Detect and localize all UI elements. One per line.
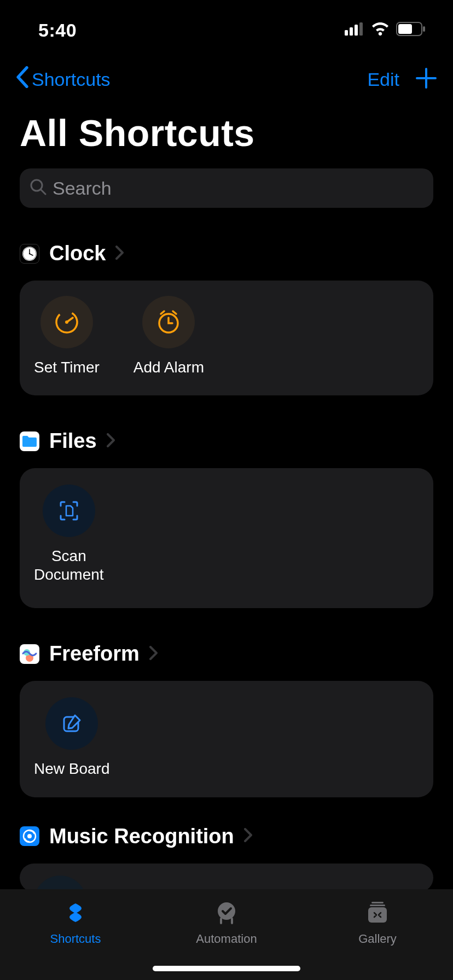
svg-rect-20 (371, 902, 384, 903)
automation-tab-icon (213, 899, 240, 928)
shortcut-label: Add Alarm (133, 358, 204, 377)
shortcut-new-board[interactable]: New Board (34, 697, 110, 778)
shortcut-set-timer[interactable]: Set Timer (34, 296, 100, 377)
battery-icon (396, 22, 426, 38)
shortcut-label: New Board (34, 760, 110, 778)
section-header-music[interactable]: Music Recognition (20, 825, 433, 848)
search-input[interactable]: Search (20, 168, 433, 208)
svg-rect-1 (350, 27, 353, 36)
chevron-right-icon (244, 828, 253, 844)
back-label: Shortcuts (32, 69, 111, 90)
shortcuts-tab-icon (61, 899, 90, 928)
section-title: Clock (49, 242, 106, 265)
svg-rect-0 (345, 30, 348, 36)
svg-rect-5 (398, 24, 412, 34)
section-header-freeform[interactable]: Freeform (20, 642, 433, 666)
svg-rect-3 (359, 22, 363, 36)
alarm-icon (142, 296, 195, 348)
section-header-files[interactable]: Files (20, 429, 433, 453)
files-shortcuts-card: Scan Document (20, 468, 433, 608)
cellular-icon (345, 22, 364, 38)
status-icons (345, 22, 426, 38)
music-shortcuts-card (20, 864, 433, 892)
files-app-icon (20, 431, 39, 451)
shortcut-scan-document[interactable]: Scan Document (34, 485, 104, 584)
shortcut-add-alarm[interactable]: Add Alarm (133, 296, 204, 377)
svg-rect-21 (370, 905, 385, 906)
wifi-icon (371, 22, 390, 38)
clock-app-icon (20, 244, 39, 264)
chevron-left-icon (15, 66, 30, 92)
search-placeholder: Search (53, 178, 112, 199)
music-recognition-app-icon (20, 826, 39, 846)
svg-point-12 (65, 320, 68, 324)
status-time: 5:40 (38, 20, 77, 41)
freeform-app-icon (20, 644, 39, 664)
section-title: Music Recognition (49, 825, 234, 848)
add-button[interactable] (415, 67, 438, 92)
svg-point-19 (218, 902, 235, 920)
svg-point-18 (27, 834, 32, 838)
chevron-right-icon (107, 433, 115, 450)
shortcut-label: Scan Document (34, 547, 104, 584)
svg-rect-6 (423, 26, 425, 32)
gallery-tab-icon (364, 899, 391, 928)
timer-icon (40, 296, 93, 348)
tab-gallery[interactable]: Gallery (302, 899, 453, 980)
section-title: Freeform (49, 642, 140, 666)
svg-point-10 (29, 253, 30, 254)
scan-doc-icon (43, 485, 95, 537)
clock-shortcuts-card: Set Timer Add Alarm (20, 281, 433, 395)
status-bar: 5:40 (0, 0, 453, 60)
tab-label: Shortcuts (50, 932, 101, 946)
compose-icon (45, 697, 98, 750)
section-title: Files (49, 429, 97, 453)
search-icon (30, 178, 47, 198)
section-header-clock[interactable]: Clock (20, 242, 433, 265)
edit-button[interactable]: Edit (367, 69, 399, 90)
tab-label: Automation (196, 932, 257, 946)
tab-shortcuts[interactable]: Shortcuts (0, 899, 151, 980)
back-button[interactable]: Shortcuts (15, 66, 111, 92)
home-indicator[interactable] (153, 966, 300, 971)
shortcut-label: Set Timer (34, 358, 100, 377)
freeform-shortcuts-card: New Board (20, 681, 433, 797)
tab-label: Gallery (358, 932, 397, 946)
chevron-right-icon (149, 646, 158, 662)
plus-icon (415, 67, 438, 90)
svg-rect-22 (368, 907, 387, 923)
svg-rect-2 (355, 25, 358, 36)
page-title: All Shortcuts (0, 98, 453, 168)
content: Clock Set Timer Add Alarm Files (0, 242, 453, 892)
nav-header: Shortcuts Edit (0, 60, 453, 98)
chevron-right-icon (115, 246, 124, 262)
